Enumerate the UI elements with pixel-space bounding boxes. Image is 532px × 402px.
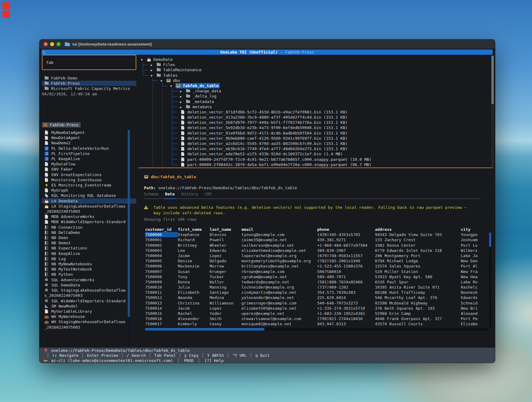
list-item[interactable]: NewDemo2: [42, 140, 136, 146]
list-item[interactable]: NB Python: [42, 272, 136, 277]
table-row[interactable]: 7500010 Julia Manning lschneider@example…: [145, 285, 488, 290]
tree-row[interactable]: deletion_vector_071dfdbb-5cf2-453d-8b1b-…: [138, 109, 493, 115]
tree-row[interactable]: deletion_vector_9b9eb880-caef-4120-9560-…: [138, 136, 493, 141]
tree-row[interactable]: deletion_vector_5e92db3d-e23b-4a73-9f00-…: [138, 125, 493, 130]
list-item[interactable]: NB MyTestNotebook: [42, 267, 136, 272]
scrollbar-thumb[interactable]: [489, 233, 491, 247]
list-item[interactable]: MDB WideWorldImporters-Standard: [42, 219, 136, 224]
tree-row[interactable]: ▶metadata: [138, 104, 493, 109]
tree-row[interactable]: deletion_vector_5b87d9f0-7977-449a-b5f1-…: [138, 120, 493, 125]
table-row[interactable]: 7500014 Jacob Lopez elizabeth05@example.…: [145, 306, 488, 311]
expander-icon[interactable]: ▶: [180, 94, 185, 99]
window-titlebar[interactable]: tui [lmoloney/beta-readiness-assessment]: [39, 39, 495, 49]
expander-icon[interactable]: ▶: [151, 68, 156, 73]
tab[interactable]: History: [181, 192, 198, 196]
list-item[interactable]: LH StagingLakehouseForDataflows_20260224…: [42, 204, 136, 214]
tree-row[interactable]: part-00000-247fdf70-f2c9-4c91-9e21-b677a…: [138, 157, 493, 162]
tree-row[interactable]: ▶_metadata: [138, 99, 493, 104]
table-row[interactable]: 7500002 Brittney Wheeler cwilkerson@exam…: [145, 243, 488, 248]
tree-row[interactable]: part-00000-2f08443c-38f0-4e5a-bef1-e99e0…: [138, 162, 493, 167]
list-item[interactable]: ENV Faker: [42, 167, 136, 172]
help-hint[interactable]: [?] Help: [204, 358, 224, 363]
table-row[interactable]: 7500001 Richard Powell jaime35@example.n…: [145, 237, 488, 242]
expander-icon[interactable]: ▼: [151, 73, 156, 78]
list-item[interactable]: NB Expectations: [42, 245, 136, 251]
table-row[interactable]: 7500016 Alexander Smith stewartsamuel@ex…: [145, 316, 488, 321]
list-item[interactable]: PL Delta-DeleteVectorRun: [42, 146, 136, 151]
search-input[interactable]: [42, 55, 136, 69]
list-item[interactable]: SQL AdventureWorks: [42, 277, 136, 282]
table-row[interactable]: 7500006 Mackenzie Morrow brittanybass@ex…: [145, 264, 488, 269]
list-item[interactable]: PL FirstPipeline: [42, 151, 136, 156]
zoom-button[interactable]: [57, 42, 61, 46]
list-item[interactable]: SM NewModel: [42, 304, 136, 309]
expander-icon[interactable]: ▶: [180, 105, 185, 110]
tab[interactable]: Schema: [144, 192, 158, 196]
list-item[interactable]: WH MyWarehouse: [42, 314, 136, 319]
list-item[interactable]: KQL Monitoring KQL database: [42, 193, 136, 198]
scrollbar-thumb[interactable]: [491, 56, 494, 104]
list-item[interactable]: NB MyNewNotebooks: [42, 261, 136, 267]
tree-row[interactable]: deletion_vector_413a2368-7bc9-4889-af3f-…: [138, 115, 493, 120]
list-item[interactable]: MyGraph: [42, 188, 136, 193]
tab[interactable]: CDF: [205, 192, 212, 196]
list-item[interactable]: ES Monitoring_Eventstream: [42, 183, 136, 188]
tree-row[interactable]: ▶_change_data: [138, 88, 493, 94]
list-item[interactable]: WH StagingWarehouseForDataflows_20260224…: [42, 319, 136, 330]
expander-icon[interactable]: ▶: [180, 99, 185, 105]
scrollbar-thumb[interactable]: [128, 130, 130, 317]
expander-icon[interactable]: ▶: [151, 62, 156, 68]
item-list-scrollbar[interactable]: [128, 130, 130, 346]
minimize-button[interactable]: [50, 42, 54, 46]
table-row[interactable]: 7500015 Rachel Yoder uperez@example.net …: [145, 311, 488, 316]
tree-row[interactable]: deletion_vector_91e0fbbd-9d72-4171-8c4b-…: [138, 131, 493, 136]
list-item[interactable]: SQL StagingLakehouseForDataflows_2026022…: [42, 288, 136, 298]
list-item[interactable]: Monitoring Eventhouse: [42, 177, 136, 183]
table-row[interactable]: 7500009 Donna Keller tedwards@example.ne…: [145, 279, 488, 285]
workspace-item[interactable]: FabFeb-Preso: [42, 81, 136, 86]
expander-icon[interactable]: ▼: [170, 83, 175, 89]
table-row[interactable]: 7500004 Jaime Lopez lopezrachel@example.…: [145, 253, 488, 258]
list-item[interactable]: LH DemoData: [42, 198, 136, 204]
list-item[interactable]: NB Log: [42, 256, 136, 261]
table-horizontal-scrollbar[interactable]: [145, 328, 488, 330]
table-row[interactable]: 7500017 Kimberly Casey monique82@example…: [145, 321, 488, 326]
tree-row[interactable]: deletion_vector_a2c6d14c-5545-470d-aa35-…: [138, 141, 493, 146]
scrollbar-thumb[interactable]: [145, 328, 264, 330]
close-button[interactable]: [44, 42, 48, 46]
tree-row[interactable]: deletion_vector_ede70e53-e1f5-433b-919d-…: [138, 151, 493, 157]
list-item[interactable]: NB Demo: [42, 235, 136, 240]
table-row[interactable]: 7500012 Amanda Medina yalexander@example…: [145, 295, 488, 300]
list-item[interactable]: MyNewDataAgent: [42, 130, 136, 135]
tree-row[interactable]: deletion_vector_eb3bc616-7740-4fe4-a7f7-…: [138, 146, 493, 151]
table-row[interactable]: 7500013 Christina Williamson grimesroger…: [145, 301, 488, 306]
list-item[interactable]: MyVariableLibrary: [42, 309, 136, 314]
workspace-item[interactable]: Microsoft Fabric Capacity Metrics: [42, 86, 136, 91]
table-row[interactable]: 7500005 Denise Delgado montgomerytimothy…: [145, 258, 488, 264]
expander-icon[interactable]: ▶: [180, 89, 185, 94]
tree-row[interactable]: ▼DemoData: [138, 57, 493, 62]
tab[interactable]: Data: [165, 192, 174, 196]
tree-scrollbar[interactable]: [491, 56, 494, 167]
tree-row[interactable]: ▼Tables: [138, 73, 493, 78]
list-item[interactable]: NewDataAgent: [42, 135, 136, 140]
list-item[interactable]: SQL WideWorldImporters-Standard: [42, 298, 136, 304]
list-item[interactable]: NB KeepAlive: [42, 251, 136, 256]
table-row[interactable]: 7500011 Elizabeth Santiago cindymartin@e…: [145, 290, 488, 295]
table-row[interactable]: 7500008 Tony Tucker cgraham@example.net …: [145, 274, 488, 279]
list-item[interactable]: PL KeepAlive: [42, 156, 136, 161]
tree-row[interactable]: ▼fabfeb_dv_table: [138, 83, 493, 88]
list-item[interactable]: NB Demo2: [42, 240, 136, 245]
table-row[interactable]: 7500003 Lee Edwards elizabethmedina@exam…: [145, 248, 488, 253]
workspace-item[interactable]: FabFeb-Demo: [42, 76, 136, 81]
list-item[interactable]: SQL DemoData: [42, 282, 136, 288]
table-vertical-scrollbar[interactable]: [489, 233, 491, 327]
list-item[interactable]: NB Connection: [42, 225, 136, 230]
list-item[interactable]: NB DeltaDemo: [42, 230, 136, 235]
list-item[interactable]: MDB AdventureWorks: [42, 214, 136, 219]
tree-row[interactable]: ▶_delta_log: [138, 94, 493, 99]
list-item[interactable]: MyDataFlow: [42, 161, 136, 167]
tree-row[interactable]: ▼dbo: [138, 78, 493, 83]
expander-icon[interactable]: ▼: [160, 78, 166, 83]
table-row[interactable]: 7500007 Susan Krueger rbrown@example.com…: [145, 269, 488, 274]
